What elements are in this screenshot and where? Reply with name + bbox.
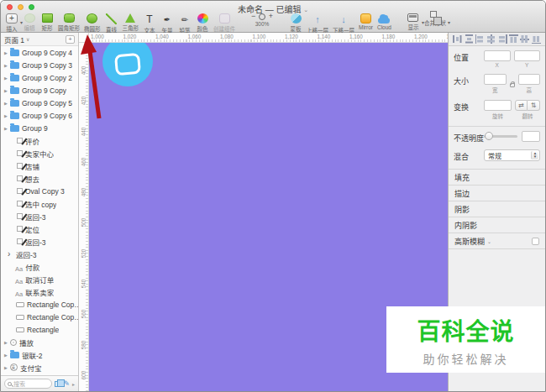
ruler-tick-label: 1,120 [285, 33, 318, 42]
distribute-horizontally-icon[interactable] [453, 34, 462, 44]
style-section-header[interactable]: 内阴影 [449, 217, 545, 233]
tool-rounded-rect[interactable]: 圆角矩形 [58, 13, 80, 32]
gaussian-blur-row[interactable]: 高斯模糊 [449, 233, 545, 248]
rotation-input[interactable] [484, 100, 512, 111]
opacity-slider[interactable] [484, 135, 517, 138]
distribute-vertically-icon[interactable] [465, 34, 474, 44]
disclosure-icon[interactable] [4, 101, 10, 106]
layer-row[interactable]: Rectangle Cop… [1, 298, 78, 311]
disclosure-icon[interactable] [4, 126, 10, 131]
disclosure-icon[interactable] [4, 88, 10, 93]
tool-zoom[interactable]: 300% [250, 13, 274, 27]
layer-row[interactable]: 付款 [1, 260, 78, 273]
layer-row[interactable]: Group 9 Copy [1, 84, 78, 97]
layer-row[interactable]: Group 9 [1, 122, 78, 134]
align-left-icon[interactable] [475, 34, 485, 44]
layer-row[interactable]: Group 9 Copy 6 [1, 109, 78, 122]
layer-row[interactable]: 卖家中心 [1, 147, 78, 159]
opacity-slider-knob[interactable] [485, 132, 493, 140]
page-dropdown-icon[interactable] [26, 36, 29, 42]
align-top-icon[interactable] [509, 34, 518, 44]
layer-row[interactable]: Oval Copy 3 [1, 185, 78, 197]
tool-icon [407, 13, 418, 22]
layer-row[interactable]: 返回-3 [1, 248, 78, 260]
layer-row[interactable]: 播放 [1, 336, 78, 348]
blur-dropdown-icon[interactable] [487, 238, 491, 244]
style-section-header[interactable]: 阴影 [449, 201, 545, 217]
tool-triangle[interactable]: 三角形 [123, 13, 139, 32]
tool-oval[interactable]: 椭圆形 [84, 13, 101, 33]
layer-row[interactable]: 取消订单 [1, 273, 78, 285]
tool-bring-forward[interactable]: 上移一层 [307, 13, 328, 34]
add-page-button[interactable] [66, 35, 75, 44]
tool-label: 圆角矩形 [58, 24, 80, 32]
tool-edit[interactable]: 编辑 [23, 13, 36, 32]
layer-row[interactable]: 定位 [1, 222, 78, 235]
height-input[interactable] [518, 74, 541, 85]
dropdown-arrow-icon [448, 19, 450, 25]
tool-cloud[interactable]: Cloud [377, 13, 391, 30]
flip-vertical-button[interactable]: ⇅ [528, 100, 540, 111]
opacity-input[interactable] [522, 131, 540, 142]
y-input[interactable] [514, 50, 541, 61]
layer-label: 卖家中心 [25, 149, 54, 159]
tool-rectangle[interactable]: 矩形 [40, 13, 54, 32]
blue-circle-layer[interactable] [102, 43, 153, 86]
expand-caret-icon[interactable] [72, 381, 75, 387]
layer-row[interactable]: 店铺 [1, 159, 78, 172]
tool-combine-shapes[interactable]: 合并形状 [424, 13, 446, 27]
align-right-icon[interactable] [498, 34, 507, 44]
title-dropdown-icon[interactable] [303, 7, 308, 13]
disclosure-icon[interactable] [4, 76, 10, 81]
disclosure-icon[interactable] [8, 249, 16, 259]
disclosure-icon[interactable] [4, 353, 10, 358]
layer-row[interactable]: 银联-2 [1, 348, 78, 361]
layer-row[interactable]: 支付宝 [1, 361, 78, 374]
x-input[interactable] [484, 50, 511, 61]
tool-send-backward[interactable]: 下移一层 [333, 13, 354, 34]
tool-insert[interactable]: 插入 [5, 13, 18, 33]
layer-row[interactable]: 返回-3 [1, 210, 78, 222]
align-bottom-icon[interactable] [532, 34, 541, 44]
layer-row[interactable]: Group 9 Copy 3 [1, 59, 78, 71]
style-section-header[interactable]: 填充 [449, 169, 545, 185]
layer-row[interactable]: Group 9 Copy 4 [1, 46, 78, 59]
pages-icon[interactable] [55, 381, 60, 387]
layer-row[interactable]: Group 9 Copy 2 [1, 71, 78, 84]
layer-row[interactable]: Rectangle Cop… [1, 311, 78, 323]
layer-row[interactable]: 选中 copy [1, 197, 78, 210]
disclosure-icon[interactable] [4, 113, 10, 118]
layer-row[interactable]: 联系卖家 [1, 285, 78, 298]
tool-mask[interactable]: 蒙板 [289, 13, 302, 33]
tool-vector[interactable]: 矢量 [160, 13, 174, 34]
disclosure-icon[interactable] [4, 365, 10, 370]
width-input[interactable] [484, 74, 507, 85]
disclosure-icon[interactable] [4, 63, 10, 68]
blend-mode-select[interactable]: 常规 ▲▼ [484, 149, 540, 161]
page-title[interactable]: 页面 1 [4, 34, 24, 44]
flip-horizontal-button[interactable]: ⇄ [515, 100, 528, 111]
layer-row[interactable]: 返回-3 [1, 235, 78, 248]
align-center-horizontal-icon[interactable] [486, 34, 496, 44]
style-section-header[interactable]: 描边 [449, 185, 545, 201]
disclosure-icon[interactable] [4, 340, 10, 345]
search-placeholder: 搜索 [13, 379, 25, 388]
layer-row[interactable]: Group 9 Copy 5 [1, 97, 78, 109]
tool-icon [219, 13, 230, 24]
stepper-arrows-icon[interactable]: ▲▼ [531, 151, 538, 159]
layer-row[interactable]: 想去 [1, 172, 78, 185]
tool-color[interactable]: 颜色 [196, 13, 209, 33]
tool-create-symbol[interactable]: 创建组件 [213, 13, 235, 33]
align-middle-vertical-icon[interactable] [520, 34, 529, 44]
layer-row[interactable]: Rectangle [1, 323, 78, 336]
tool-text[interactable]: 文本 [143, 13, 156, 34]
tool-pencil[interactable]: 铅笔 [178, 13, 192, 34]
disclosure-icon[interactable] [4, 50, 10, 55]
tool-mirror[interactable]: Mirror [359, 13, 373, 30]
blur-checkbox[interactable] [532, 238, 539, 245]
lock-proportions-icon[interactable] [510, 83, 515, 87]
layer-row[interactable]: 评价 [1, 134, 78, 147]
layer-search[interactable]: 搜索 [4, 379, 52, 389]
tool-show[interactable]: 显示 [407, 13, 420, 31]
tool-line[interactable]: 直线 [105, 13, 118, 34]
